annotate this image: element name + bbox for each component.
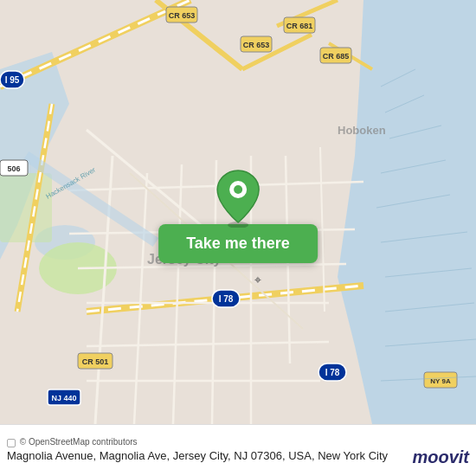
svg-text:CR 681: CR 681: [286, 22, 313, 30]
svg-text:Hoboken: Hoboken: [338, 124, 386, 137]
svg-text:I 78: I 78: [325, 368, 340, 377]
svg-text:I 95: I 95: [5, 75, 20, 85]
osm-attribution: © OpenStreetMap contributors: [7, 437, 469, 447]
svg-text:CR 653: CR 653: [169, 11, 196, 20]
svg-text:CR 685: CR 685: [323, 52, 350, 61]
location-pin-icon: [214, 169, 262, 228]
take-me-there-button[interactable]: Take me there: [158, 224, 318, 263]
map-view: CR 653 CR 653 CR 681 CR 685 I 95 506 CR …: [0, 0, 476, 424]
svg-text:NJ 440: NJ 440: [51, 394, 76, 402]
address-text: Magnolia Avenue, Magnolia Ave, Jersey Ci…: [7, 449, 469, 464]
osm-credit-text: © OpenStreetMap contributors: [20, 437, 138, 447]
svg-text:506: 506: [7, 164, 20, 173]
svg-text:I 78: I 78: [219, 294, 234, 304]
osm-icon: [7, 439, 16, 447]
svg-rect-5: [0, 173, 52, 242]
moovit-logo: moovit: [412, 447, 469, 467]
action-button-container: Take me there: [158, 169, 318, 263]
svg-text:⌖: ⌖: [254, 273, 261, 286]
svg-point-70: [234, 185, 242, 194]
svg-text:CR 501: CR 501: [82, 357, 109, 366]
footer: © OpenStreetMap contributors Magnolia Av…: [0, 424, 476, 476]
svg-text:CR 653: CR 653: [243, 41, 270, 49]
